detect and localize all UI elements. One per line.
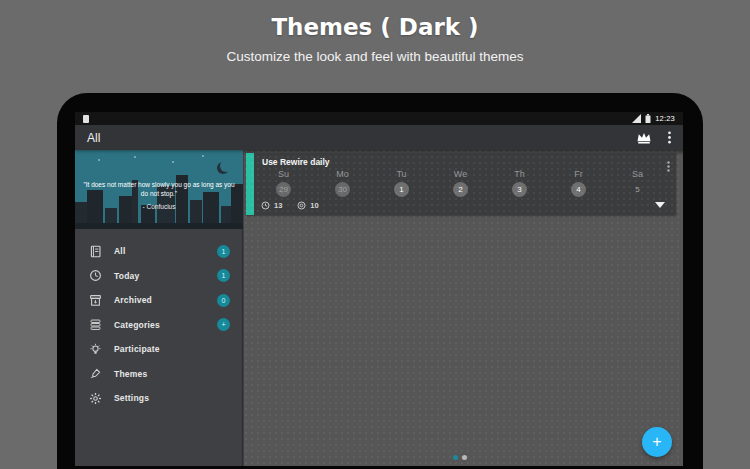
main-content: Use Rewire daily Su 29 Mo 30: [244, 150, 683, 466]
week-row: Su 29 Mo 30 Tu 1 We 2: [254, 169, 667, 197]
clock-time: 12:23: [655, 114, 675, 123]
count-badge: 1: [217, 269, 230, 282]
sidebar-item-categories[interactable]: Categories +: [75, 313, 243, 338]
appbar-title: All: [87, 131, 100, 145]
overflow-menu-button[interactable]: [668, 131, 671, 144]
card-accent-bar: [246, 153, 254, 215]
lightbulb-icon: [88, 342, 102, 356]
page-subtitle: Customize the look and feel with beautif…: [0, 49, 750, 64]
signal-icon: [632, 114, 641, 123]
navigation-drawer: "It does not matter how slowly you go as…: [75, 150, 243, 466]
count-badge: 1: [217, 245, 230, 258]
crown-icon: [636, 131, 652, 144]
card-overflow-button[interactable]: [667, 158, 670, 176]
day-checkin[interactable]: 2: [453, 182, 468, 197]
sidebar-item-today[interactable]: Today 1: [75, 264, 243, 289]
expand-chevron-icon[interactable]: [655, 202, 665, 208]
sidebar-item-all[interactable]: All 1: [75, 239, 243, 264]
app-screen: 12:23 All: [75, 112, 683, 466]
habit-title: Use Rewire daily: [262, 157, 330, 167]
journal-icon: [88, 244, 102, 258]
premium-crown-button[interactable]: [636, 131, 652, 144]
sidebar-item-themes[interactable]: Themes: [75, 362, 243, 387]
paintbrush-icon: [88, 367, 102, 381]
day-checkin[interactable]: 5: [630, 182, 645, 197]
gear-icon: [88, 391, 102, 405]
day-checkin[interactable]: 1: [394, 182, 409, 197]
archive-icon: [88, 293, 102, 307]
page-dot[interactable]: [462, 455, 467, 460]
tablet-frame: 12:23 All: [57, 93, 703, 469]
overflow-dots-icon: [667, 161, 670, 172]
quote-author: - Confucius: [83, 203, 235, 210]
habit-stats: 13 10: [261, 201, 319, 210]
stat-value: 13: [274, 201, 282, 210]
sidebar-item-settings[interactable]: Settings: [75, 386, 243, 411]
battery-icon: [645, 114, 651, 123]
day-checkin[interactable]: 4: [571, 182, 586, 197]
count-badge: 0: [217, 294, 230, 307]
sidebar-item-label: Today: [114, 271, 139, 281]
day-column-tu[interactable]: Tu 1: [372, 169, 431, 197]
quote-text: "It does not matter how slowly you go as…: [83, 180, 235, 199]
page-dot-active[interactable]: [453, 455, 458, 460]
overflow-dots-icon: [668, 131, 671, 144]
categories-icon: [88, 318, 102, 332]
drawer-menu: All 1 Today 1 Archived 0: [75, 229, 243, 466]
day-checkin[interactable]: 29: [276, 182, 291, 197]
page-indicator: [453, 455, 467, 460]
day-column-we[interactable]: We 2: [431, 169, 490, 197]
notification-icon: [83, 115, 89, 123]
clock-icon: [261, 201, 270, 210]
day-column-sa[interactable]: Sa 5: [608, 169, 667, 197]
sidebar-item-label: Categories: [114, 320, 160, 330]
promo-header: Themes ( Dark ) Customize the look and f…: [0, 14, 750, 64]
stat-value: 10: [310, 201, 318, 210]
day-column-fr[interactable]: Fr 4: [549, 169, 608, 197]
day-checkin[interactable]: 3: [512, 182, 527, 197]
day-column-mo[interactable]: Mo 30: [313, 169, 372, 197]
add-category-badge[interactable]: +: [217, 318, 230, 331]
today-icon: [88, 269, 102, 283]
day-checkin[interactable]: 30: [335, 182, 350, 197]
target-icon: [297, 201, 306, 210]
drawer-header-image: "It does not matter how slowly you go as…: [75, 150, 243, 229]
sidebar-item-label: Participate: [114, 344, 160, 354]
sidebar-item-archived[interactable]: Archived 0: [75, 288, 243, 313]
habit-card[interactable]: Use Rewire daily Su 29 Mo 30: [246, 153, 676, 215]
add-habit-fab[interactable]: +: [642, 427, 672, 457]
sidebar-item-participate[interactable]: Participate: [75, 337, 243, 362]
day-column-th[interactable]: Th 3: [490, 169, 549, 197]
day-column-su[interactable]: Su 29: [254, 169, 313, 197]
status-bar: 12:23: [75, 112, 683, 125]
sidebar-item-label: All: [114, 246, 125, 256]
sidebar-item-label: Themes: [114, 369, 147, 379]
sidebar-item-label: Archived: [114, 295, 152, 305]
sidebar-item-label: Settings: [114, 393, 149, 403]
page-title: Themes ( Dark ): [0, 14, 750, 40]
app-bar: All: [75, 125, 683, 150]
